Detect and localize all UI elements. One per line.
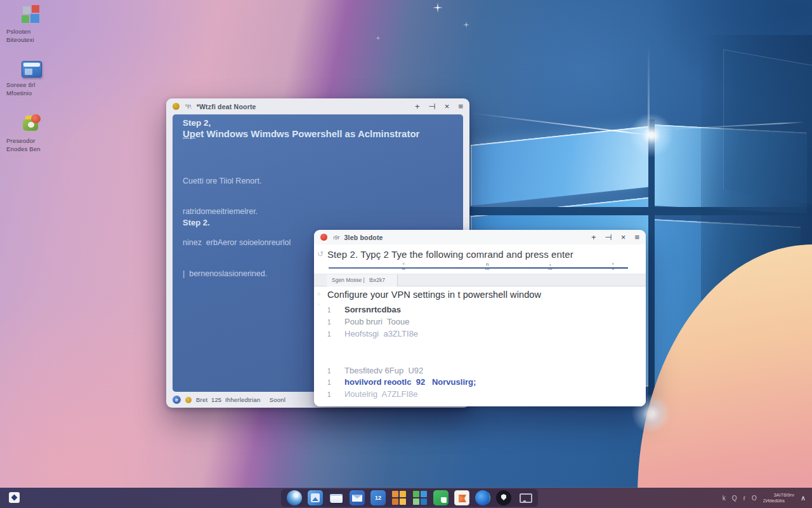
clock-date-text[interactable]: 3AIT6I9rv2Иdedübs xyxy=(763,486,794,508)
window1-titlebar[interactable]: ºP. *Wtzfi deat Noorte + ⊣ × ≡ xyxy=(166,98,469,114)
colored-squares-icon xyxy=(22,5,41,24)
blue-window-icon xyxy=(22,61,42,77)
tray-status-icon[interactable]: r xyxy=(743,495,745,502)
window2-tab-strip: Sgen Mosse | tbx2k7 xyxy=(314,274,646,286)
sparkle-icon xyxy=(376,36,381,41)
wallpaper-logo-divider-vertical xyxy=(648,119,655,417)
security-shield-icon[interactable] xyxy=(496,490,511,505)
window2-step-row: ↺ Step 2. Typç 2 Tye the following comra… xyxy=(314,244,646,274)
desktop-icon-label: Pslooten Biteoutexi xyxy=(6,28,61,44)
window1-step-label: Step 2. xyxy=(183,218,210,227)
tray-status-icon[interactable]: k xyxy=(723,495,726,502)
slider-marker[interactable]: ºtb xyxy=(399,264,408,271)
powerpoint-app-icon[interactable] xyxy=(454,490,469,505)
refresh-icon[interactable]: ↺ xyxy=(317,250,324,258)
menu-button[interactable]: ≡ xyxy=(634,233,639,241)
close-button[interactable]: × xyxy=(445,102,450,110)
minimize-button[interactable]: ⊣ xyxy=(605,233,612,241)
list-item: 1 Tbesfitedv 6Fup U92 xyxy=(327,366,423,375)
window1-heading: Step 2, Upet Windows Wimdws Powershell a… xyxy=(183,118,419,139)
circle-marker-icon[interactable]: ○ xyxy=(317,291,320,297)
color-blob-icon xyxy=(22,114,41,133)
show-desktop-icon[interactable] xyxy=(9,492,20,503)
file-explorer-icon[interactable] xyxy=(329,490,344,505)
window2-titlebar[interactable]: ı9r 3leb bodote + ⊣ × ≡ xyxy=(314,230,646,244)
window1-title: *Wtzfi deat Noorte xyxy=(197,103,256,110)
slider-marker[interactable]: º8 xyxy=(608,264,617,271)
taskbar: 12 k Q r O 3AIT6I9rv2Иdedübs ∧ xyxy=(0,488,812,508)
wallpaper-flare-top xyxy=(629,113,674,157)
window2-title: 3leb bodote xyxy=(344,234,383,241)
browser-sphere-icon[interactable] xyxy=(475,490,490,505)
wallpaper-logo-pane-top-left xyxy=(471,126,648,206)
list-item: 1 Poub bruri Tooue xyxy=(327,317,409,326)
desktop-icon-1[interactable]: Pslooten Biteoutexi xyxy=(6,5,61,44)
new-tab-button[interactable]: + xyxy=(415,102,420,110)
system-tray: k Q r O 3AIT6I9rv2Иdedübs ∧ xyxy=(723,488,806,508)
wallpaper-right-facet xyxy=(723,50,812,205)
window2-content: ○ ▫ Configure your VPN settings in t pow… xyxy=(314,287,646,406)
tray-status-icon[interactable]: Q xyxy=(732,495,737,502)
window2-titlebar-glyph: ı9r xyxy=(333,234,340,241)
calendar-app-icon[interactable]: 12 xyxy=(370,490,386,505)
tray-expand-caret-icon[interactable]: ∧ xyxy=(801,494,806,502)
display-cast-icon[interactable] xyxy=(517,490,532,505)
window-dot-yellow-icon[interactable] xyxy=(173,103,180,110)
timeline-slider[interactable]: ºtb Πco •zd º8 xyxy=(329,267,628,269)
desktop-icon-label: Soreee tlrl Mfoetinio xyxy=(6,81,61,98)
window-tutorial-front: ı9r 3leb bodote + ⊣ × ≡ ↺ Step 2. Typç 2… xyxy=(314,230,646,406)
browser-e-icon[interactable]: e xyxy=(173,396,181,404)
vpn-heading: Configure your VPN settings in t powersh… xyxy=(327,290,541,300)
desktop-icon-3[interactable]: Preseodor Enodes Ben xyxy=(6,114,61,154)
sparkle-icon xyxy=(433,3,443,13)
edge-sphere-icon[interactable] xyxy=(287,490,302,505)
wallpaper-light-beam-left xyxy=(472,112,652,136)
window1-titlebar-glyph: ºP. xyxy=(185,104,192,110)
sparkle-icon xyxy=(463,22,469,28)
mail-app-icon[interactable] xyxy=(350,490,365,505)
close-button[interactable]: × xyxy=(621,233,626,241)
status-dot-yellow-icon xyxy=(185,397,192,403)
desktop: Pslooten Biteoutexi Soreee tlrl Mfoetini… xyxy=(0,0,812,508)
taskbar-app-icons: 12 xyxy=(281,489,538,507)
menu-button[interactable]: ≡ xyxy=(458,102,463,110)
square-marker-icon[interactable]: ▫ xyxy=(318,302,320,307)
desktop-icon-label: Preseodor Enodes Ben xyxy=(6,137,61,154)
window2-step-line: Step 2. Typç 2 Tye the following comrand… xyxy=(327,249,573,260)
window-dot-red-icon[interactable] xyxy=(320,234,327,241)
office-grid-icon[interactable] xyxy=(391,490,407,505)
tray-status-icon[interactable]: O xyxy=(752,495,757,502)
list-item: 1 Sorrsnrtcdbas xyxy=(327,305,401,314)
new-tab-button[interactable]: + xyxy=(591,233,596,241)
tab-active[interactable]: Sgen Mosse | tbx2k7 xyxy=(327,274,398,286)
window1-status-text: Bret 125 Ihherledtrian Soonl xyxy=(196,396,285,403)
slider-marker[interactable]: •zd xyxy=(546,264,554,271)
list-item: 1 Heofstsgi a3ZLTI8e xyxy=(327,329,418,338)
slider-marker[interactable]: Πco xyxy=(483,264,492,271)
store-tiles-icon[interactable] xyxy=(412,490,428,505)
teams-chat-icon[interactable] xyxy=(433,490,449,505)
desktop-icon-2[interactable]: Soreee tlrl Mfoetinio xyxy=(6,61,61,98)
photos-app-icon[interactable] xyxy=(308,490,323,505)
minimize-button[interactable]: ⊣ xyxy=(428,102,435,110)
list-item: 1 hovilvord reootlc 92 Norvuslirg; xyxy=(327,377,476,387)
list-item: 1 Иoutelrig A7ZLFI8e xyxy=(327,389,418,399)
